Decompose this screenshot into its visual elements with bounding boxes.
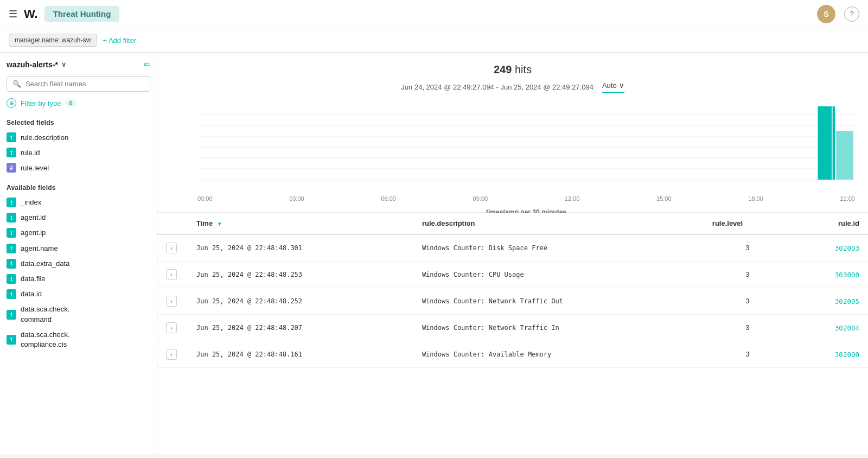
selected-field-item[interactable]: trule.id xyxy=(0,145,157,160)
table-header: Time ▼ rule.description rule.level rule.… xyxy=(157,213,868,234)
add-filter-button[interactable]: + Add filter xyxy=(103,36,136,44)
expand-button[interactable]: › xyxy=(166,349,177,360)
chevron-down-icon: ∨ xyxy=(61,61,66,68)
field-name-label: agent.name xyxy=(21,244,58,253)
description-cell: Windows Counter: CPU Usage xyxy=(413,262,704,288)
level-cell: 3 xyxy=(704,341,792,368)
field-type-badge: t xyxy=(7,310,16,320)
field-name-label: rule.id xyxy=(21,149,40,157)
hits-label-text: hits xyxy=(515,63,532,75)
expand-button[interactable]: › xyxy=(166,269,177,280)
available-field-item[interactable]: t_index xyxy=(0,195,157,210)
x-axis-labels: 00:00 03:00 06:00 09:00 12:00 15:00 18:0… xyxy=(197,193,855,204)
table-row: › Jun 25, 2024 @ 22:48:48.207 Windows Co… xyxy=(157,315,868,341)
available-field-item[interactable]: tagent.ip xyxy=(0,225,157,240)
collapse-sidebar-button[interactable]: ⇐ xyxy=(143,59,150,69)
selected-field-item[interactable]: trule.description xyxy=(0,130,157,145)
available-field-item[interactable]: tagent.name xyxy=(0,241,157,256)
available-field-item[interactable]: tdata.sca.check. compliance.cis xyxy=(0,327,157,352)
time-cell: Jun 25, 2024 @ 22:48:48.207 xyxy=(188,315,413,341)
filter-type-icon: ⊕ xyxy=(7,98,16,108)
chart-section: 249 hits Jun 24, 2024 @ 22:49:27.094 - J… xyxy=(157,53,868,213)
available-field-item[interactable]: tdata.file xyxy=(0,271,157,287)
x-label-6: 18:00 xyxy=(748,195,763,202)
table-row: › Jun 25, 2024 @ 22:48:48.252 Windows Co… xyxy=(157,288,868,315)
field-type-badge: t xyxy=(7,198,16,207)
id-col-header[interactable]: rule.id xyxy=(792,213,868,234)
description-cell: Windows Counter: Disk Space Free xyxy=(413,234,704,262)
table-row: › Jun 25, 2024 @ 22:48:48.161 Windows Co… xyxy=(157,341,868,368)
field-type-badge: t xyxy=(7,228,16,238)
expand-cell: › xyxy=(157,341,188,368)
search-input[interactable] xyxy=(25,80,144,88)
expand-cell: › xyxy=(157,234,188,262)
svg-rect-17 xyxy=(836,131,853,180)
description-cell: Windows Counter: Network Traffic Out xyxy=(413,288,704,315)
expand-button[interactable]: › xyxy=(166,243,177,253)
sidebar-header: wazuh-alerts-* ∨ ⇐ xyxy=(0,59,157,76)
field-name-label: data.sca.check. compliance.cis xyxy=(21,330,69,349)
date-range-row: Jun 24, 2024 @ 22:49:27.094 - Jun 25, 20… xyxy=(170,81,855,93)
auto-chevron-icon: ∨ xyxy=(619,81,624,90)
available-fields-list: t_indextagent.idtagent.iptagent.nametdat… xyxy=(0,195,157,352)
field-type-badge: t xyxy=(7,289,16,299)
available-fields-label: Available fields xyxy=(0,180,157,195)
field-name-label: _index xyxy=(21,198,41,207)
help-button[interactable]: ? xyxy=(844,7,859,22)
available-field-item[interactable]: tagent.id xyxy=(0,210,157,225)
content-area: 249 hits Jun 24, 2024 @ 22:49:27.094 - J… xyxy=(157,53,868,454)
field-type-badge: # xyxy=(7,163,16,173)
selected-fields-list: trule.descriptiontrule.id#rule.level xyxy=(0,130,157,175)
index-selector[interactable]: wazuh-alerts-* ∨ xyxy=(7,60,66,69)
field-name-label: agent.id xyxy=(21,213,46,222)
filter-tag[interactable]: manager.name: wazuh-svr xyxy=(9,34,97,47)
search-icon: 🔍 xyxy=(12,80,21,88)
filter-by-type-button[interactable]: ⊕ Filter by type 0 xyxy=(0,98,157,114)
id-cell[interactable]: 302005 xyxy=(792,288,868,315)
hits-header: 249 hits xyxy=(170,63,855,76)
filter-count-badge: 0 xyxy=(65,99,76,107)
available-field-item[interactable]: tdata.id xyxy=(0,287,157,302)
time-cell: Jun 25, 2024 @ 22:48:48.301 xyxy=(188,234,413,262)
table-section: Time ▼ rule.description rule.level rule.… xyxy=(157,213,868,454)
hamburger-icon[interactable]: ☰ xyxy=(9,8,17,20)
index-name: wazuh-alerts-* xyxy=(7,60,58,69)
time-col-header[interactable]: Time ▼ xyxy=(188,213,413,234)
id-cell[interactable]: 302003 xyxy=(792,234,868,262)
results-table: Time ▼ rule.description rule.level rule.… xyxy=(157,213,868,368)
id-cell[interactable]: 302000 xyxy=(792,341,868,368)
id-cell[interactable]: 302004 xyxy=(792,315,868,341)
time-cell: Jun 25, 2024 @ 22:48:48.161 xyxy=(188,341,413,368)
expand-button[interactable]: › xyxy=(166,296,177,307)
chart-svg: 0 20 40 60 80 100 120 140 xyxy=(197,104,855,190)
table-row: › Jun 25, 2024 @ 22:48:48.253 Windows Co… xyxy=(157,262,868,288)
field-name-label: agent.ip xyxy=(21,228,46,238)
avatar[interactable]: S xyxy=(817,5,835,23)
main-layout: wazuh-alerts-* ∨ ⇐ 🔍 ⊕ Filter by type 0 … xyxy=(0,53,868,454)
x-label-7: 21:00 xyxy=(840,195,855,202)
id-cell[interactable]: 303000 xyxy=(792,262,868,288)
description-col-header[interactable]: rule.description xyxy=(413,213,704,234)
time-cell: Jun 25, 2024 @ 22:48:48.253 xyxy=(188,262,413,288)
field-name-label: rule.description xyxy=(21,133,68,142)
expand-button[interactable]: › xyxy=(166,322,177,333)
nav-right: S ? xyxy=(817,5,859,23)
x-label-2: 06:00 xyxy=(381,195,396,202)
expand-col-header xyxy=(157,213,188,234)
field-name-label: data.file xyxy=(21,274,46,284)
x-label-5: 15:00 xyxy=(656,195,672,202)
auto-selector[interactable]: Auto ∨ xyxy=(602,81,624,93)
hits-count: 249 xyxy=(494,63,512,75)
field-search-box: 🔍 xyxy=(7,76,150,92)
field-type-badge: t xyxy=(7,274,16,284)
filter-by-type-label: Filter by type xyxy=(21,99,61,107)
field-type-badge: t xyxy=(7,132,16,142)
level-col-header[interactable]: rule.level xyxy=(704,213,792,234)
level-cell: 3 xyxy=(704,315,792,341)
chart-wrapper: 0 20 40 60 80 100 120 140 xyxy=(170,104,855,212)
selected-field-item[interactable]: #rule.level xyxy=(0,160,157,175)
selected-fields-label: Selected fields xyxy=(0,114,157,130)
available-field-item[interactable]: tdata.extra_data xyxy=(0,256,157,271)
field-type-badge: t xyxy=(7,259,16,269)
available-field-item[interactable]: tdata.sca.check. command xyxy=(0,302,157,327)
